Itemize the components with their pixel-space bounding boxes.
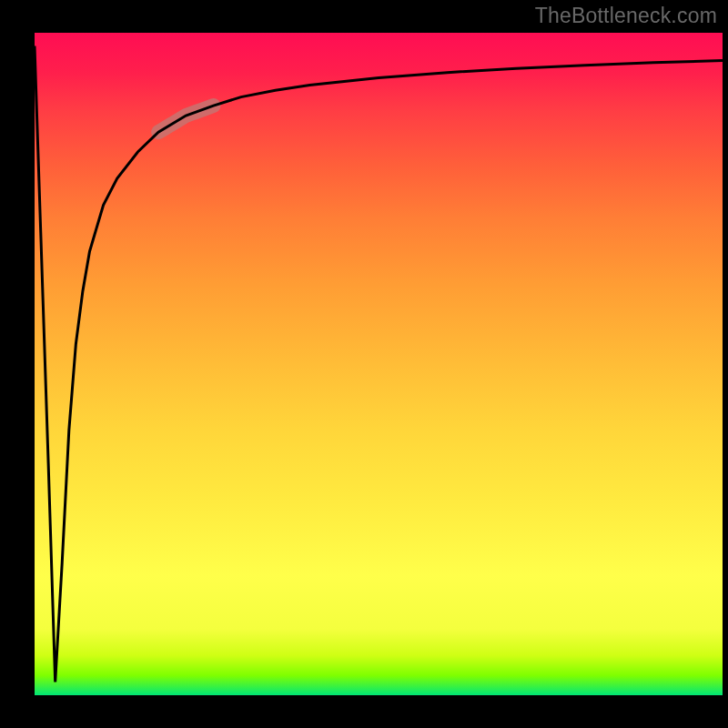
watermark-text: TheBottleneck.com xyxy=(535,5,717,26)
plot-area xyxy=(35,33,723,695)
bottleneck-curve xyxy=(35,46,723,682)
curve-layer xyxy=(35,33,723,695)
chart-container: TheBottleneck.com xyxy=(0,0,728,728)
